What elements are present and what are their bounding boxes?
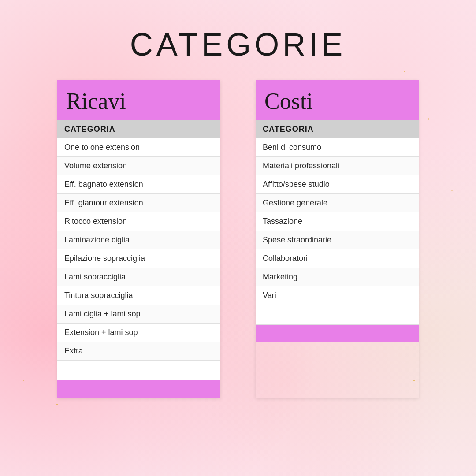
ricavi-title: Ricavi bbox=[66, 89, 126, 114]
ricavi-header: Ricavi bbox=[57, 80, 220, 120]
list-item: Marketing bbox=[256, 268, 419, 286]
list-item: Tassazione bbox=[256, 212, 419, 231]
costi-table: Costi CATEGORIA Beni di consumo Material… bbox=[256, 80, 419, 398]
list-item: Spese straordinarie bbox=[256, 231, 419, 249]
list-item: Eff. bagnato extension bbox=[57, 175, 220, 194]
list-item: Epilazione sopracciglia bbox=[57, 249, 220, 268]
list-item: Materiali professionali bbox=[256, 157, 419, 175]
list-item: Ritocco extension bbox=[57, 212, 220, 231]
ricavi-subheader: CATEGORIA bbox=[57, 120, 220, 138]
ricavi-empty-row bbox=[57, 361, 220, 380]
ricavi-footer bbox=[57, 380, 220, 398]
costi-footer bbox=[256, 325, 419, 342]
list-item: Collaboratori bbox=[256, 249, 419, 268]
list-item: Laminazione ciglia bbox=[57, 231, 220, 249]
tables-container: Ricavi CATEGORIA One to one extension Vo… bbox=[0, 80, 476, 398]
page-title: CATEGORIE bbox=[0, 0, 476, 80]
list-item: Affitto/spese studio bbox=[256, 175, 419, 194]
ricavi-table: Ricavi CATEGORIA One to one extension Vo… bbox=[57, 80, 220, 398]
list-item: Eff. glamour extension bbox=[57, 194, 220, 212]
list-item: Gestione generale bbox=[256, 194, 419, 212]
costi-title: Costi bbox=[264, 89, 313, 114]
list-item: Lami sopracciglia bbox=[57, 268, 220, 286]
list-item: Beni di consumo bbox=[256, 138, 419, 157]
list-item: Tintura sopracciglia bbox=[57, 286, 220, 305]
list-item: Volume extension bbox=[57, 157, 220, 175]
costi-header: Costi bbox=[256, 80, 419, 120]
costi-subheader: CATEGORIA bbox=[256, 120, 419, 138]
list-item: Vari bbox=[256, 286, 419, 305]
costi-empty-row bbox=[256, 305, 419, 325]
list-item: Lami ciglia + lami sop bbox=[57, 305, 220, 324]
list-item: One to one extension bbox=[57, 138, 220, 157]
list-item: Extra bbox=[57, 342, 220, 361]
list-item: Extension + lami sop bbox=[57, 324, 220, 342]
